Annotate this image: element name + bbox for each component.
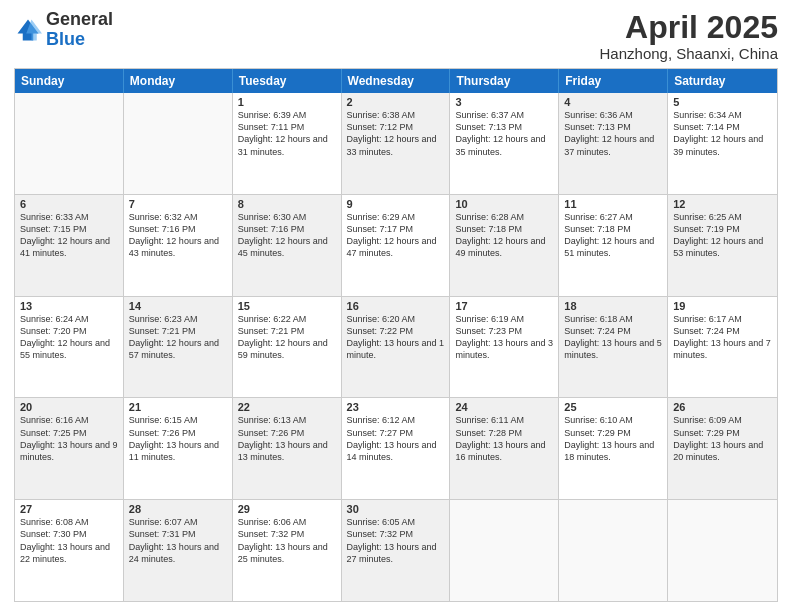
header-day-friday: Friday [559, 69, 668, 93]
logo-general-text: General [46, 9, 113, 29]
cal-cell-0-6: 5Sunrise: 6:34 AM Sunset: 7:14 PM Daylig… [668, 93, 777, 194]
day-info: Sunrise: 6:36 AM Sunset: 7:13 PM Dayligh… [564, 109, 662, 158]
day-number: 15 [238, 300, 336, 312]
calendar-body: 1Sunrise: 6:39 AM Sunset: 7:11 PM Daylig… [15, 93, 777, 601]
cal-cell-1-2: 8Sunrise: 6:30 AM Sunset: 7:16 PM Daylig… [233, 195, 342, 296]
day-number: 11 [564, 198, 662, 210]
day-info: Sunrise: 6:20 AM Sunset: 7:22 PM Dayligh… [347, 313, 445, 362]
cal-cell-4-4 [450, 500, 559, 601]
cal-cell-1-5: 11Sunrise: 6:27 AM Sunset: 7:18 PM Dayli… [559, 195, 668, 296]
day-info: Sunrise: 6:33 AM Sunset: 7:15 PM Dayligh… [20, 211, 118, 260]
logo-blue-text: Blue [46, 29, 85, 49]
cal-cell-3-5: 25Sunrise: 6:10 AM Sunset: 7:29 PM Dayli… [559, 398, 668, 499]
day-info: Sunrise: 6:16 AM Sunset: 7:25 PM Dayligh… [20, 414, 118, 463]
day-info: Sunrise: 6:15 AM Sunset: 7:26 PM Dayligh… [129, 414, 227, 463]
day-number: 6 [20, 198, 118, 210]
day-info: Sunrise: 6:10 AM Sunset: 7:29 PM Dayligh… [564, 414, 662, 463]
cal-cell-4-5 [559, 500, 668, 601]
cal-cell-1-0: 6Sunrise: 6:33 AM Sunset: 7:15 PM Daylig… [15, 195, 124, 296]
day-info: Sunrise: 6:32 AM Sunset: 7:16 PM Dayligh… [129, 211, 227, 260]
day-number: 27 [20, 503, 118, 515]
cal-cell-3-0: 20Sunrise: 6:16 AM Sunset: 7:25 PM Dayli… [15, 398, 124, 499]
day-number: 19 [673, 300, 772, 312]
cal-cell-3-3: 23Sunrise: 6:12 AM Sunset: 7:27 PM Dayli… [342, 398, 451, 499]
cal-cell-1-6: 12Sunrise: 6:25 AM Sunset: 7:19 PM Dayli… [668, 195, 777, 296]
day-info: Sunrise: 6:17 AM Sunset: 7:24 PM Dayligh… [673, 313, 772, 362]
header-day-tuesday: Tuesday [233, 69, 342, 93]
logo-text: General Blue [46, 10, 113, 50]
day-info: Sunrise: 6:18 AM Sunset: 7:24 PM Dayligh… [564, 313, 662, 362]
cal-cell-4-2: 29Sunrise: 6:06 AM Sunset: 7:32 PM Dayli… [233, 500, 342, 601]
day-info: Sunrise: 6:09 AM Sunset: 7:29 PM Dayligh… [673, 414, 772, 463]
cal-cell-1-3: 9Sunrise: 6:29 AM Sunset: 7:17 PM Daylig… [342, 195, 451, 296]
header-day-wednesday: Wednesday [342, 69, 451, 93]
week-row-1: 6Sunrise: 6:33 AM Sunset: 7:15 PM Daylig… [15, 195, 777, 297]
day-info: Sunrise: 6:29 AM Sunset: 7:17 PM Dayligh… [347, 211, 445, 260]
day-number: 22 [238, 401, 336, 413]
cal-cell-0-3: 2Sunrise: 6:38 AM Sunset: 7:12 PM Daylig… [342, 93, 451, 194]
header-day-saturday: Saturday [668, 69, 777, 93]
day-number: 10 [455, 198, 553, 210]
day-number: 4 [564, 96, 662, 108]
day-info: Sunrise: 6:27 AM Sunset: 7:18 PM Dayligh… [564, 211, 662, 260]
cal-cell-2-3: 16Sunrise: 6:20 AM Sunset: 7:22 PM Dayli… [342, 297, 451, 398]
day-info: Sunrise: 6:11 AM Sunset: 7:28 PM Dayligh… [455, 414, 553, 463]
day-info: Sunrise: 6:24 AM Sunset: 7:20 PM Dayligh… [20, 313, 118, 362]
day-number: 8 [238, 198, 336, 210]
page: General Blue April 2025 Hanzhong, Shaanx… [0, 0, 792, 612]
cal-cell-4-0: 27Sunrise: 6:08 AM Sunset: 7:30 PM Dayli… [15, 500, 124, 601]
logo: General Blue [14, 10, 113, 50]
cal-cell-2-5: 18Sunrise: 6:18 AM Sunset: 7:24 PM Dayli… [559, 297, 668, 398]
day-info: Sunrise: 6:38 AM Sunset: 7:12 PM Dayligh… [347, 109, 445, 158]
cal-cell-0-4: 3Sunrise: 6:37 AM Sunset: 7:13 PM Daylig… [450, 93, 559, 194]
day-info: Sunrise: 6:28 AM Sunset: 7:18 PM Dayligh… [455, 211, 553, 260]
cal-cell-2-1: 14Sunrise: 6:23 AM Sunset: 7:21 PM Dayli… [124, 297, 233, 398]
week-row-2: 13Sunrise: 6:24 AM Sunset: 7:20 PM Dayli… [15, 297, 777, 399]
day-number: 5 [673, 96, 772, 108]
cal-cell-4-6 [668, 500, 777, 601]
day-info: Sunrise: 6:08 AM Sunset: 7:30 PM Dayligh… [20, 516, 118, 565]
day-number: 29 [238, 503, 336, 515]
header-day-sunday: Sunday [15, 69, 124, 93]
day-number: 16 [347, 300, 445, 312]
cal-cell-0-2: 1Sunrise: 6:39 AM Sunset: 7:11 PM Daylig… [233, 93, 342, 194]
day-number: 12 [673, 198, 772, 210]
header: General Blue April 2025 Hanzhong, Shaanx… [14, 10, 778, 62]
cal-cell-3-1: 21Sunrise: 6:15 AM Sunset: 7:26 PM Dayli… [124, 398, 233, 499]
cal-cell-0-1 [124, 93, 233, 194]
day-info: Sunrise: 6:12 AM Sunset: 7:27 PM Dayligh… [347, 414, 445, 463]
day-info: Sunrise: 6:23 AM Sunset: 7:21 PM Dayligh… [129, 313, 227, 362]
cal-cell-0-5: 4Sunrise: 6:36 AM Sunset: 7:13 PM Daylig… [559, 93, 668, 194]
day-info: Sunrise: 6:25 AM Sunset: 7:19 PM Dayligh… [673, 211, 772, 260]
header-day-thursday: Thursday [450, 69, 559, 93]
title-block: April 2025 Hanzhong, Shaanxi, China [600, 10, 778, 62]
day-number: 25 [564, 401, 662, 413]
cal-cell-2-4: 17Sunrise: 6:19 AM Sunset: 7:23 PM Dayli… [450, 297, 559, 398]
week-row-0: 1Sunrise: 6:39 AM Sunset: 7:11 PM Daylig… [15, 93, 777, 195]
logo-icon [14, 16, 42, 44]
day-number: 23 [347, 401, 445, 413]
cal-cell-2-2: 15Sunrise: 6:22 AM Sunset: 7:21 PM Dayli… [233, 297, 342, 398]
day-number: 17 [455, 300, 553, 312]
cal-cell-4-3: 30Sunrise: 6:05 AM Sunset: 7:32 PM Dayli… [342, 500, 451, 601]
day-info: Sunrise: 6:39 AM Sunset: 7:11 PM Dayligh… [238, 109, 336, 158]
cal-cell-3-4: 24Sunrise: 6:11 AM Sunset: 7:28 PM Dayli… [450, 398, 559, 499]
cal-cell-2-6: 19Sunrise: 6:17 AM Sunset: 7:24 PM Dayli… [668, 297, 777, 398]
day-number: 1 [238, 96, 336, 108]
day-info: Sunrise: 6:37 AM Sunset: 7:13 PM Dayligh… [455, 109, 553, 158]
header-day-monday: Monday [124, 69, 233, 93]
week-row-3: 20Sunrise: 6:16 AM Sunset: 7:25 PM Dayli… [15, 398, 777, 500]
cal-cell-3-2: 22Sunrise: 6:13 AM Sunset: 7:26 PM Dayli… [233, 398, 342, 499]
calendar-header: SundayMondayTuesdayWednesdayThursdayFrid… [15, 69, 777, 93]
day-number: 2 [347, 96, 445, 108]
cal-cell-1-4: 10Sunrise: 6:28 AM Sunset: 7:18 PM Dayli… [450, 195, 559, 296]
calendar: SundayMondayTuesdayWednesdayThursdayFrid… [14, 68, 778, 602]
day-info: Sunrise: 6:13 AM Sunset: 7:26 PM Dayligh… [238, 414, 336, 463]
day-info: Sunrise: 6:34 AM Sunset: 7:14 PM Dayligh… [673, 109, 772, 158]
title-month: April 2025 [600, 10, 778, 45]
day-number: 30 [347, 503, 445, 515]
cal-cell-0-0 [15, 93, 124, 194]
day-number: 24 [455, 401, 553, 413]
week-row-4: 27Sunrise: 6:08 AM Sunset: 7:30 PM Dayli… [15, 500, 777, 601]
title-location: Hanzhong, Shaanxi, China [600, 45, 778, 62]
